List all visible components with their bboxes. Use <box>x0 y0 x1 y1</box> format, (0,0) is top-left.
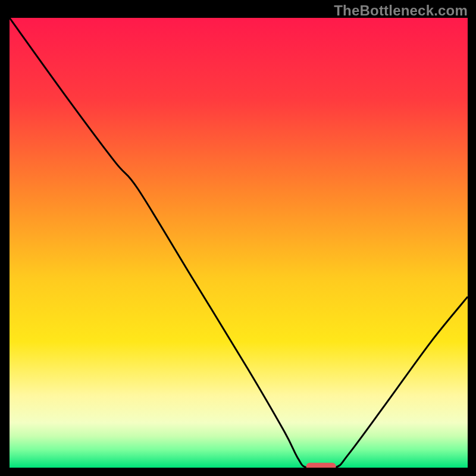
watermark-text: TheBottleneck.com <box>334 2 468 19</box>
chart-frame <box>10 18 468 468</box>
optimum-marker <box>306 463 336 468</box>
bottleneck-chart <box>10 18 468 468</box>
gradient-background <box>10 18 468 468</box>
